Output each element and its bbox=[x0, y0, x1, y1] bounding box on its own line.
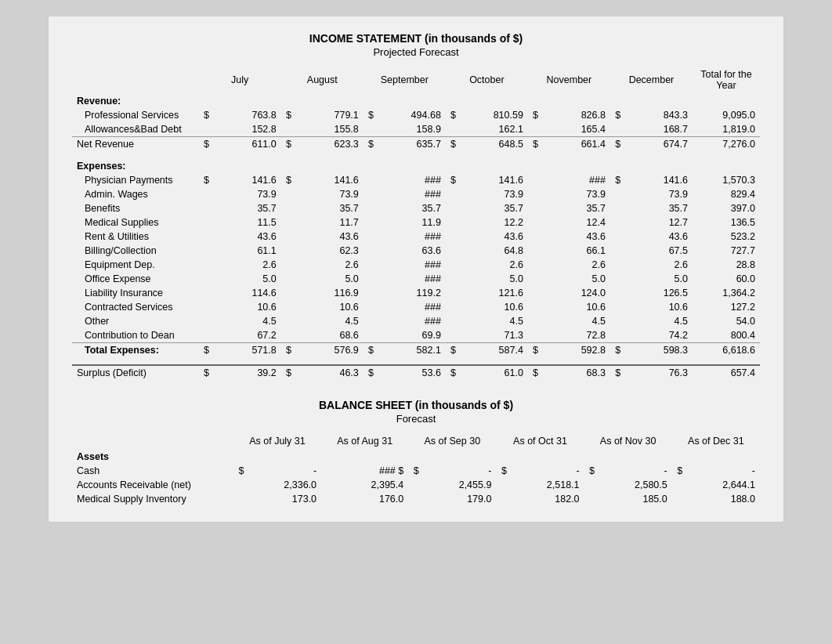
col-august: August bbox=[281, 66, 364, 94]
table-row: Allowances&Bad Debt 152.8 155.8 158.9 16… bbox=[72, 122, 760, 137]
row-label: Allowances&Bad Debt bbox=[72, 122, 199, 137]
bs-col-nov30: As of Nov 30 bbox=[584, 432, 672, 450]
col-october: October bbox=[446, 66, 528, 94]
row-label: Accounts Receivable (net) bbox=[72, 478, 233, 492]
revenue-section-row: Revenue: bbox=[72, 94, 760, 108]
balance-sheet-section: BALANCE SHEET (in thousands of $) Foreca… bbox=[72, 399, 760, 506]
assets-label-row: Assets bbox=[72, 450, 760, 464]
table-row: Cash $ - ### $ $ - $ - $ - $ - bbox=[72, 464, 760, 478]
surplus-label: Surplus (Deficit) bbox=[72, 365, 199, 380]
table-row: Professional Services $ 763.8 $ 779.1 $ … bbox=[72, 108, 760, 122]
table-row: Rent & Utilities 43.6 43.6 ### 43.6 43.6… bbox=[72, 230, 760, 244]
table-row: Benefits 35.7 35.7 35.7 35.7 35.7 35.7 3… bbox=[72, 201, 760, 215]
sign: $ bbox=[199, 108, 214, 122]
row-label: Cash bbox=[72, 464, 233, 478]
balance-title: BALANCE SHEET (in thousands of $) bbox=[72, 399, 760, 411]
table-row: Contracted Services 10.6 10.6 ### 10.6 1… bbox=[72, 300, 760, 314]
surplus-row: Surplus (Deficit) $ 39.2 $ 46.3 $ 53.6 $… bbox=[72, 365, 760, 380]
col-header-empty bbox=[72, 66, 199, 94]
bs-col-sep30: As of Sep 30 bbox=[408, 432, 496, 450]
income-subtitle: Projected Forecast bbox=[72, 46, 760, 58]
table-row: Other 4.5 4.5 ### 4.5 4.5 4.5 54.0 bbox=[72, 314, 760, 328]
table-row: Equipment Dep. 2.6 2.6 ### 2.6 2.6 2.6 2… bbox=[72, 258, 760, 272]
bs-col-july31: As of July 31 bbox=[233, 432, 321, 450]
total-expenses-row: Total Expenses: $ 571.8 $ 576.9 $ 582.1 … bbox=[72, 343, 760, 358]
col-total: Total for the Year bbox=[693, 66, 760, 94]
bs-col-dec31: As of Dec 31 bbox=[672, 432, 760, 450]
table-row: Contribution to Dean 67.2 68.6 69.9 71.3… bbox=[72, 328, 760, 343]
table-row: Billing/Collection 61.1 62.3 63.6 64.8 6… bbox=[72, 244, 760, 258]
col-september: September bbox=[364, 66, 446, 94]
table-row: Liability Insurance 114.6 116.9 119.2 12… bbox=[72, 286, 760, 300]
revenue-label: Revenue: bbox=[72, 94, 199, 108]
expenses-label: Expenses: bbox=[72, 159, 199, 173]
col-july: July bbox=[199, 66, 281, 94]
main-container: INCOME STATEMENT (in thousands of $) Pro… bbox=[48, 16, 784, 523]
table-row: Physician Payments $ 141.6 $ 141.6 ### $… bbox=[72, 173, 760, 187]
income-statement-section: INCOME STATEMENT (in thousands of $) Pro… bbox=[72, 32, 760, 380]
col-november: November bbox=[528, 66, 610, 94]
table-row: Medical Supply Inventory 173.0 176.0 179… bbox=[72, 492, 760, 506]
val: 763.8 bbox=[214, 108, 281, 122]
income-table: July August September October November D… bbox=[72, 66, 760, 380]
income-title: INCOME STATEMENT (in thousands of $) bbox=[72, 32, 760, 45]
col-december: December bbox=[610, 66, 693, 94]
row-label: Medical Supply Inventory bbox=[72, 492, 233, 506]
bs-col-oct31: As of Oct 31 bbox=[496, 432, 584, 450]
table-row: Medical Supplies 11.5 11.7 11.9 12.2 12.… bbox=[72, 215, 760, 230]
expenses-section-row: Expenses: bbox=[72, 159, 760, 173]
row-label: Professional Services bbox=[72, 108, 199, 122]
bs-col-aug31: As of Aug 31 bbox=[321, 432, 408, 450]
bs-col-empty bbox=[72, 432, 233, 450]
assets-label: Assets bbox=[72, 450, 233, 464]
balance-subtitle: Forecast bbox=[72, 413, 760, 425]
table-row: Admin. Wages 73.9 73.9 ### 73.9 73.9 73.… bbox=[72, 187, 760, 201]
table-row: Office Expense 5.0 5.0 ### 5.0 5.0 5.0 6… bbox=[72, 272, 760, 286]
net-revenue-row: Net Revenue $ 611.0 $ 623.3 $ 635.7 $ 64… bbox=[72, 137, 760, 152]
row-label: Net Revenue bbox=[72, 137, 199, 152]
balance-table: As of July 31 As of Aug 31 As of Sep 30 … bbox=[72, 432, 760, 506]
table-row: Accounts Receivable (net) 2,336.0 2,395.… bbox=[72, 478, 760, 492]
